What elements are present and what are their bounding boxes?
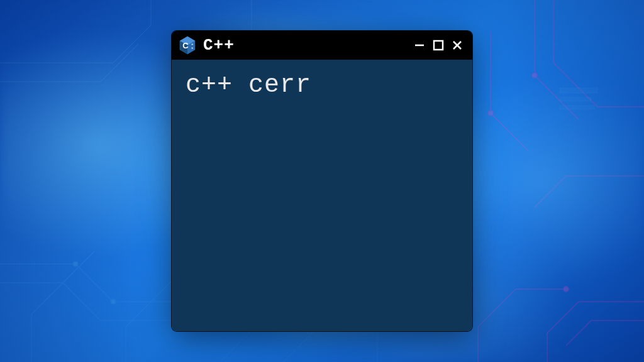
terminal-window: C + + C++ c++ cerr [172, 31, 472, 331]
window-title: C++ [203, 36, 406, 55]
terminal-content: c++ cerr [186, 71, 458, 99]
titlebar[interactable]: C + + C++ [172, 31, 472, 60]
svg-text:C: C [182, 41, 189, 50]
terminal-body[interactable]: c++ cerr [172, 60, 472, 331]
maximize-button[interactable] [431, 38, 446, 53]
svg-text:+: + [191, 46, 194, 50]
svg-rect-15 [434, 41, 443, 50]
cpp-logo-icon: C + + [178, 36, 197, 55]
minimize-button[interactable] [412, 38, 427, 53]
window-controls [412, 38, 465, 53]
close-button[interactable] [450, 38, 465, 53]
